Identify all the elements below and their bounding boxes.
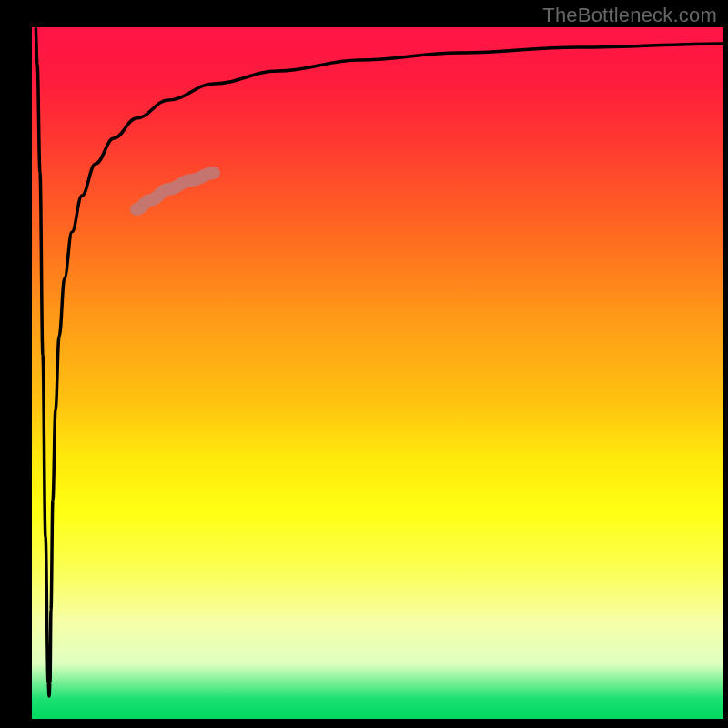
chart-container: TheBottleneck.com <box>0 0 728 728</box>
bottleneck-curve <box>35 27 723 696</box>
source-attribution: TheBottleneck.com <box>542 4 717 27</box>
curve-svg <box>32 27 723 719</box>
source-text: TheBottleneck.com <box>542 4 717 26</box>
plot-area <box>32 27 723 719</box>
highlight-segment <box>136 173 214 209</box>
